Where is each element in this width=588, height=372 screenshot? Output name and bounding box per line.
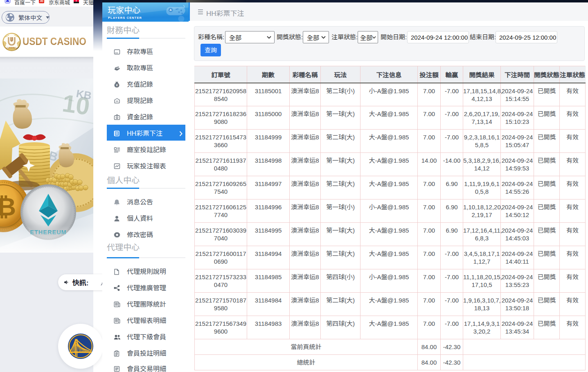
svg-text:₿: ₿ bbox=[0, 193, 16, 221]
svg-text:JD: JD bbox=[40, 0, 43, 2]
svg-text:KB: KB bbox=[75, 87, 92, 102]
svg-text:CASINO: CASINO bbox=[7, 47, 17, 49]
svg-text:T: T bbox=[75, 0, 77, 2]
